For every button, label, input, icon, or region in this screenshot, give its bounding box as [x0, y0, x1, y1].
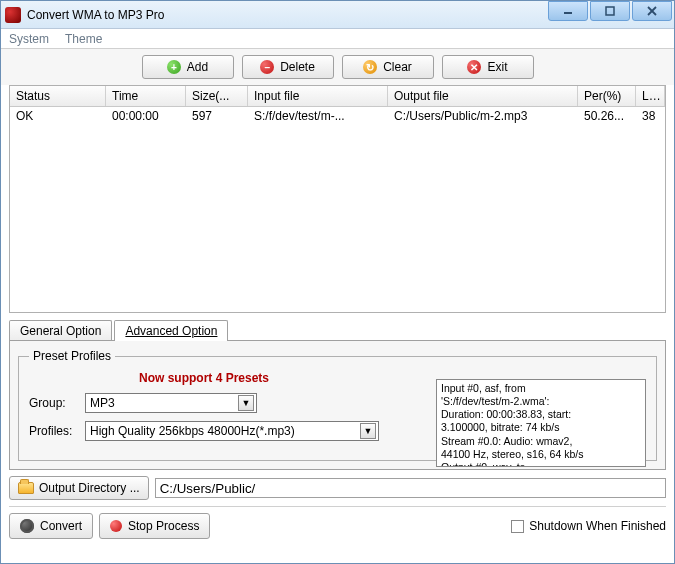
chevron-down-icon: ▼	[360, 423, 376, 439]
output-directory-input[interactable]	[155, 478, 666, 498]
tab-content: Preset Profiles Now support 4 Presets Gr…	[9, 340, 666, 470]
table-body[interactable]: OK 00:00:00 597 S:/f/dev/test/m-... C:/U…	[10, 107, 665, 311]
preset-title: Now support 4 Presets	[29, 371, 379, 385]
file-table: Status Time Size(... Input file Output f…	[9, 85, 666, 313]
shutdown-checkbox[interactable]	[511, 520, 524, 533]
convert-button[interactable]: Convert	[9, 513, 93, 539]
clear-icon: ↻	[363, 60, 377, 74]
col-len[interactable]: Le...	[636, 86, 665, 106]
preset-left: Now support 4 Presets Group: MP3 ▼ Profi…	[29, 371, 379, 441]
group-value: MP3	[90, 396, 115, 410]
menu-theme[interactable]: Theme	[65, 32, 102, 46]
col-status[interactable]: Status	[10, 86, 106, 106]
profiles-value: High Quality 256kbps 48000Hz(*.mp3)	[90, 424, 295, 438]
cell-len: 38	[636, 107, 665, 125]
chevron-down-icon: ▼	[238, 395, 254, 411]
preset-legend: Preset Profiles	[29, 349, 115, 363]
close-button[interactable]	[632, 1, 672, 21]
clear-button[interactable]: ↻ Clear	[342, 55, 434, 79]
add-button[interactable]: + Add	[142, 55, 234, 79]
window-controls	[546, 1, 672, 21]
add-icon: +	[167, 60, 181, 74]
tab-advanced[interactable]: Advanced Option	[114, 320, 228, 341]
profiles-combo[interactable]: High Quality 256kbps 48000Hz(*.mp3) ▼	[85, 421, 379, 441]
group-label: Group:	[29, 396, 81, 410]
menu-system[interactable]: System	[9, 32, 49, 46]
minimize-button[interactable]	[548, 1, 588, 21]
col-output[interactable]: Output file	[388, 86, 578, 106]
exit-button[interactable]: ✕ Exit	[442, 55, 534, 79]
maximize-button[interactable]	[590, 1, 630, 21]
app-icon	[5, 7, 21, 23]
col-input[interactable]: Input file	[248, 86, 388, 106]
tabstrip: General Option Advanced Option	[9, 320, 666, 341]
output-directory-button[interactable]: Output Directory ...	[9, 476, 149, 500]
table-row[interactable]: OK 00:00:00 597 S:/f/dev/test/m-... C:/U…	[10, 107, 665, 126]
cell-size: 597	[186, 107, 248, 125]
output-directory-label: Output Directory ...	[39, 481, 140, 495]
delete-button[interactable]: – Delete	[242, 55, 334, 79]
cell-input: S:/f/dev/test/m-...	[248, 107, 388, 125]
options-panel: General Option Advanced Option Preset Pr…	[9, 319, 666, 470]
profiles-label: Profiles:	[29, 424, 81, 438]
exit-label: Exit	[487, 60, 507, 74]
shutdown-wrap: Shutdown When Finished	[511, 519, 666, 533]
titlebar: Convert WMA to MP3 Pro	[1, 1, 674, 29]
stop-process-button[interactable]: Stop Process	[99, 513, 210, 539]
group-combo[interactable]: MP3 ▼	[85, 393, 257, 413]
table-header: Status Time Size(... Input file Output f…	[10, 86, 665, 107]
stop-icon	[110, 520, 122, 532]
tab-general[interactable]: General Option	[9, 320, 112, 341]
cell-per: 50.26...	[578, 107, 636, 125]
convert-label: Convert	[40, 519, 82, 533]
col-time[interactable]: Time	[106, 86, 186, 106]
bottom-bar: Convert Stop Process Shutdown When Finis…	[9, 506, 666, 539]
shutdown-label: Shutdown When Finished	[529, 519, 666, 533]
col-per[interactable]: Per(%)	[578, 86, 636, 106]
window-title: Convert WMA to MP3 Pro	[27, 8, 164, 22]
cell-time: 00:00:00	[106, 107, 186, 125]
delete-icon: –	[260, 60, 274, 74]
folder-icon	[18, 482, 34, 494]
app-window: Convert WMA to MP3 Pro System Theme + Ad…	[0, 0, 675, 564]
clear-label: Clear	[383, 60, 412, 74]
top-toolbar: + Add – Delete ↻ Clear ✕ Exit	[1, 49, 674, 85]
gear-icon	[20, 519, 34, 533]
output-directory-row: Output Directory ...	[9, 476, 666, 500]
add-label: Add	[187, 60, 208, 74]
cell-output: C:/Users/Public/m-2.mp3	[388, 107, 578, 125]
media-info-box[interactable]: Input #0, asf, from 'S:/f/dev/test/m-2.w…	[436, 379, 646, 467]
stop-label: Stop Process	[128, 519, 199, 533]
delete-label: Delete	[280, 60, 315, 74]
svg-rect-1	[606, 7, 614, 15]
cell-status: OK	[10, 107, 106, 125]
col-size[interactable]: Size(...	[186, 86, 248, 106]
menubar: System Theme	[1, 29, 674, 49]
exit-icon: ✕	[467, 60, 481, 74]
preset-profiles-group: Preset Profiles Now support 4 Presets Gr…	[18, 349, 657, 461]
